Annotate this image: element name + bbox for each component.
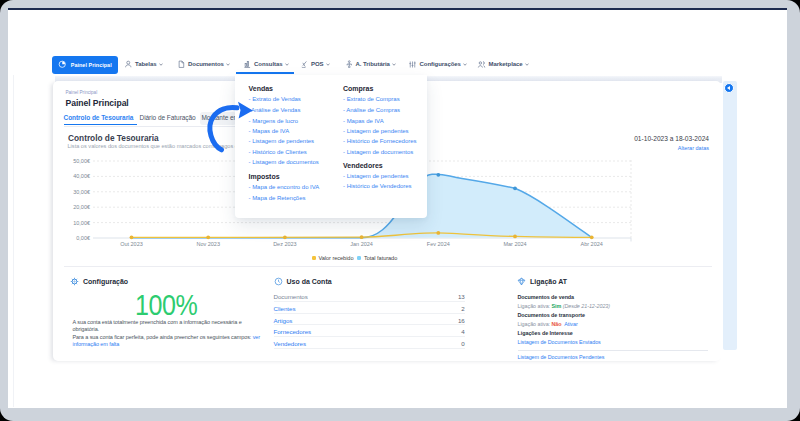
svg-text:0,00€: 0,00€ xyxy=(76,235,90,241)
svg-text:Fev 2024: Fev 2024 xyxy=(427,241,450,247)
svg-text:Dez 2023: Dez 2023 xyxy=(273,241,297,247)
svg-text:30,00€: 30,00€ xyxy=(73,189,90,195)
svg-text:Jan 2024: Jan 2024 xyxy=(350,241,373,247)
svg-text:Abr 2024: Abr 2024 xyxy=(581,241,603,247)
svg-text:10,00€: 10,00€ xyxy=(73,220,90,226)
svg-text:40,00€: 40,00€ xyxy=(73,173,90,179)
svg-text:20,00€: 20,00€ xyxy=(73,204,90,210)
svg-text:Out 2023: Out 2023 xyxy=(120,241,143,247)
svg-text:50,00€: 50,00€ xyxy=(73,158,90,164)
svg-text:Mar 2024: Mar 2024 xyxy=(503,241,526,247)
svg-text:Nov 2023: Nov 2023 xyxy=(196,241,220,247)
